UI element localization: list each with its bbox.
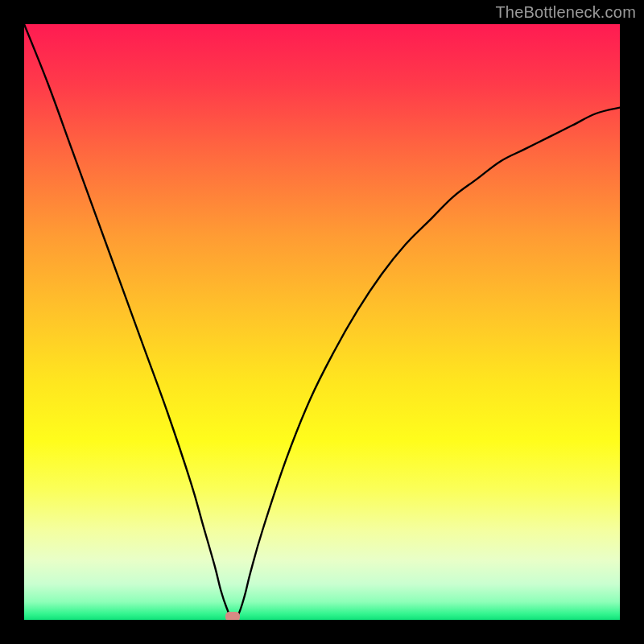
bottleneck-curve bbox=[24, 24, 620, 620]
curve-svg bbox=[24, 24, 620, 620]
plot-area bbox=[24, 24, 620, 620]
min-marker bbox=[225, 612, 240, 620]
watermark-text: TheBottleneck.com bbox=[495, 3, 636, 22]
chart-frame: TheBottleneck.com bbox=[0, 0, 644, 644]
